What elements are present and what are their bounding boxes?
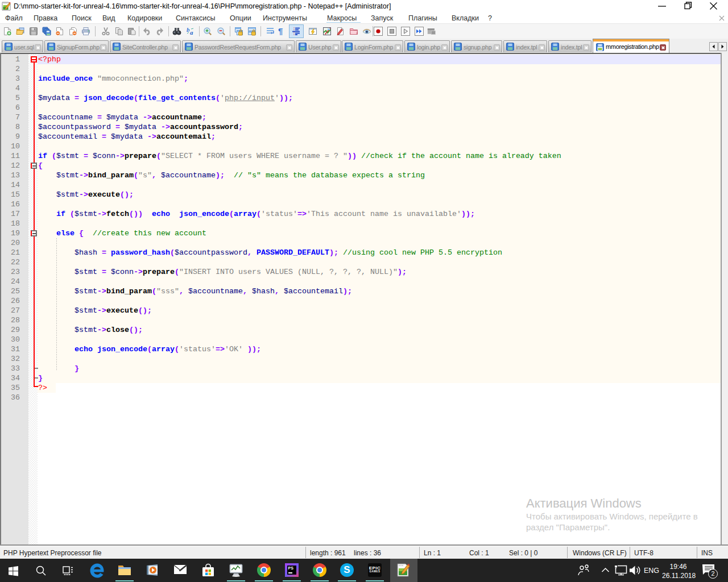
svg-text:a: a — [190, 29, 193, 36]
svg-text:¶: ¶ — [278, 27, 283, 36]
